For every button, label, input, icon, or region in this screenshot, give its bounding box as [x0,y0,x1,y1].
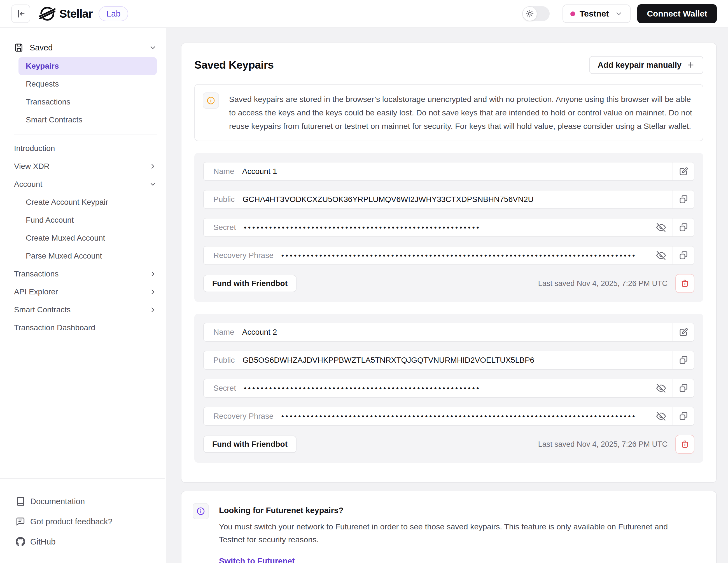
storage-warning-banner: Saved keypairs are stored in the browser… [194,84,703,141]
secret-key-label: Secret [213,384,236,393]
info-icon [193,503,209,519]
lab-badge: Lab [99,6,128,21]
sidebar: Saved Keypairs Requests Transactions Sma… [0,28,166,563]
top-bar: Stellar Lab Testnet Connect Wallet [0,0,728,28]
edit-name-button[interactable] [673,162,694,180]
sidebar-item-create-muxed-account[interactable]: Create Muxed Account [18,229,157,247]
sidebar-item-create-account-keypair[interactable]: Create Account Keypair [18,193,157,211]
network-select[interactable]: Testnet [563,4,631,23]
name-label: Name [213,167,234,176]
copy-icon [679,384,688,393]
sidebar-item-saved-transactions[interactable]: Transactions [18,93,157,111]
keypair-card: Name Account 2 Public GB5OS6DWHZAJDVHKPP… [194,314,703,463]
sidebar-item-label: Introduction [14,144,55,153]
info-icon [203,92,219,109]
sidebar-footer: Documentation Got product feedback? GitH… [0,478,165,563]
reveal-recovery-phrase-button[interactable] [656,412,666,421]
sidebar-item-parse-muxed-account[interactable]: Parse Muxed Account [18,247,157,265]
futurenet-info-content: Looking for Futurenet keypairs? You must… [219,503,678,563]
public-key-value: GB5OS6DWHZAJDVHKPPBWZTLA5TNRXTQJGQTVNURM… [242,356,534,365]
public-key-value: GCHA4HT3VODKCXZU5OK36YRPLUMQV6WI2JWHY33C… [242,195,533,204]
sidebar-item-smart-contracts[interactable]: Smart Contracts [14,301,157,319]
connect-wallet-button[interactable]: Connect Wallet [637,4,717,23]
saved-keypairs-panel: Saved Keypairs Add keypair manually Save… [181,43,717,483]
add-keypair-button[interactable]: Add keypair manually [589,56,703,74]
name-value: Account 2 [242,328,277,337]
copy-public-key-button[interactable] [673,351,694,369]
sidebar-item-keypairs[interactable]: Keypairs [18,57,157,75]
sidebar-item-api-explorer[interactable]: API Explorer [14,283,157,301]
recovery-phrase-label: Recovery Phrase [213,412,274,421]
secret-key-label: Secret [213,223,236,232]
sidebar-link-feedback[interactable]: Got product feedback? [16,511,156,532]
name-value: Account 1 [242,167,277,176]
reveal-recovery-phrase-button[interactable] [656,251,666,260]
add-keypair-label: Add keypair manually [598,60,682,70]
delete-keypair-button[interactable] [675,435,694,454]
sidebar-item-view-xdr[interactable]: View XDR [14,157,157,175]
storage-warning-text: Saved keypairs are stored in the browser… [229,92,695,133]
secret-key-field-row: Secret •••••••••••••••••••••••••••••••••… [203,379,694,398]
copy-icon [679,251,688,260]
delete-keypair-button[interactable] [675,274,694,293]
switch-to-futurenet-link[interactable]: Switch to Futurenet [219,557,295,563]
trash-icon [680,440,689,449]
eye-off-icon [656,251,666,260]
recovery-phrase-field-row: Recovery Phrase ••••••••••••••••••••••••… [203,246,694,265]
fund-with-friendbot-button[interactable]: Fund with Friendbot [203,275,297,292]
sidebar-link-label: Documentation [30,497,85,506]
main-content: Saved Keypairs Add keypair manually Save… [166,28,728,563]
theme-toggle[interactable] [522,6,550,21]
secret-key-masked-value: ••••••••••••••••••••••••••••••••••••••••… [244,223,481,232]
sidebar-item-label: API Explorer [14,288,58,297]
secret-key-masked-value: ••••••••••••••••••••••••••••••••••••••••… [244,384,481,393]
last-saved-timestamp: Last saved Nov 4, 2025, 7:26 PM UTC [538,279,668,288]
stellar-logo[interactable]: Stellar [39,6,92,22]
edit-name-button[interactable] [673,323,694,341]
sidebar-group-saved[interactable]: Saved [14,38,157,57]
copy-public-key-button[interactable] [673,190,694,208]
top-bar-actions: Testnet Connect Wallet [522,4,717,23]
brand-name: Stellar [59,7,92,20]
sidebar-link-github[interactable]: GitHub [16,532,156,552]
page-title: Saved Keypairs [194,59,274,71]
sidebar-item-requests[interactable]: Requests [18,75,157,93]
eye-off-icon [656,223,666,232]
fund-with-friendbot-button[interactable]: Fund with Friendbot [203,436,297,453]
futurenet-info-body: You must switch your network to Futurene… [219,520,678,546]
theme-toggle-knob [522,6,537,21]
sidebar-item-label: View XDR [14,162,50,171]
public-key-label: Public [213,356,235,365]
copy-recovery-phrase-button[interactable] [673,407,694,425]
sidebar-item-introduction[interactable]: Introduction [14,139,157,157]
book-icon [16,497,25,506]
reveal-secret-button[interactable] [656,384,666,393]
eye-off-icon [656,384,666,393]
recovery-phrase-masked-value: ••••••••••••••••••••••••••••••••••••••••… [281,412,637,421]
sidebar-item-account[interactable]: Account [14,175,157,193]
sidebar-item-fund-account[interactable]: Fund Account [18,211,157,229]
sidebar-item-transaction-dashboard[interactable]: Transaction Dashboard [14,319,157,337]
sidebar-item-label: Transaction Dashboard [14,323,95,332]
keypair-card-footer: Fund with Friendbot Last saved Nov 4, 20… [203,274,694,293]
sidebar-link-documentation[interactable]: Documentation [16,491,156,511]
sidebar-item-label: Smart Contracts [14,305,71,314]
sidebar-item-label: Transactions [14,269,59,278]
save-icon [14,43,24,52]
sidebar-link-label: Got product feedback? [30,517,112,526]
collapse-sidebar-button[interactable] [11,4,30,23]
chevron-right-icon [149,306,157,314]
sidebar-item-transactions[interactable]: Transactions [14,265,157,283]
copy-secret-key-button[interactable] [673,379,694,397]
reveal-secret-button[interactable] [656,223,666,232]
copy-secret-key-button[interactable] [673,218,694,236]
copy-icon [679,223,688,232]
recovery-phrase-masked-value: ••••••••••••••••••••••••••••••••••••••••… [281,251,637,260]
sidebar-divider [14,134,157,134]
sidebar-item-saved-smart-contracts[interactable]: Smart Contracts [18,111,157,129]
chevron-right-icon [149,270,157,278]
name-field-row: Name Account 1 [203,162,694,181]
copy-recovery-phrase-button[interactable] [673,246,694,264]
sidebar-link-label: GitHub [30,537,55,546]
edit-icon [679,167,688,176]
